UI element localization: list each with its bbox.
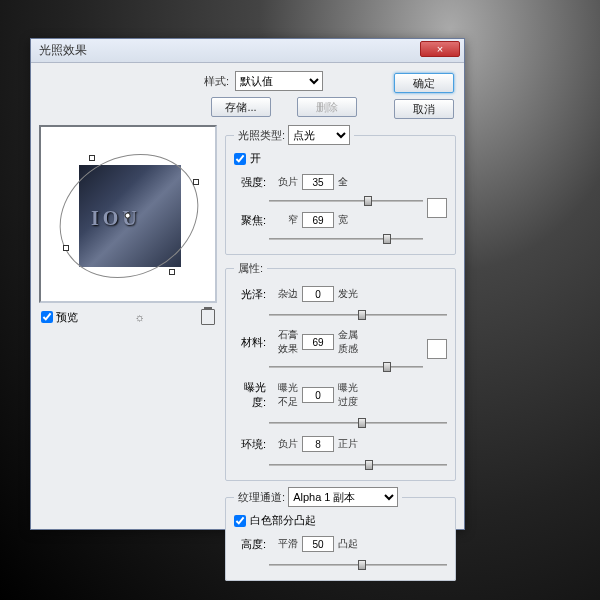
exposure-slider[interactable] <box>269 416 447 430</box>
light-type-group: 光照类型: 点光 开 强度:负片35全 聚焦:窄69宽 <box>225 125 456 255</box>
ambience-value[interactable]: 8 <box>302 436 334 452</box>
preview-area[interactable]: IOU <box>39 125 217 303</box>
preview-label: 预览 <box>56 310 78 325</box>
properties-group: 属性: 光泽:杂边0发光 材料:石膏效果69金属质感 曝光度:曝光不足0曝光过度 <box>225 261 456 481</box>
preview-checkbox[interactable] <box>41 311 53 323</box>
close-icon: × <box>437 43 443 55</box>
cancel-button[interactable]: 取消 <box>394 99 454 119</box>
light-color-swatch[interactable] <box>427 198 447 218</box>
light-type-select[interactable]: 点光 <box>288 125 350 145</box>
ambience-slider[interactable] <box>269 458 447 472</box>
white-high-label: 白色部分凸起 <box>250 513 316 528</box>
light-handle[interactable] <box>63 245 69 251</box>
intensity-value[interactable]: 35 <box>302 174 334 190</box>
height-value[interactable]: 50 <box>302 536 334 552</box>
window-title: 光照效果 <box>39 42 87 59</box>
light-ellipse[interactable] <box>38 130 221 302</box>
ok-button[interactable]: 确定 <box>394 73 454 93</box>
titlebar[interactable]: 光照效果 × <box>31 39 464 63</box>
trash-icon[interactable] <box>201 309 215 325</box>
save-button[interactable]: 存储... <box>211 97 271 117</box>
light-handle[interactable] <box>89 155 95 161</box>
light-handle[interactable] <box>193 179 199 185</box>
light-center-handle[interactable] <box>124 212 132 220</box>
ambient-color-swatch[interactable] <box>427 339 447 359</box>
material-value[interactable]: 69 <box>302 334 334 350</box>
light-on-checkbox[interactable] <box>234 153 246 165</box>
light-handle[interactable] <box>169 269 175 275</box>
style-select[interactable]: 默认值 <box>235 71 323 91</box>
gloss-value[interactable]: 0 <box>302 286 334 302</box>
white-high-checkbox[interactable] <box>234 515 246 527</box>
intensity-slider[interactable] <box>269 194 423 208</box>
style-label: 样式: <box>204 74 229 89</box>
close-button[interactable]: × <box>420 41 460 57</box>
delete-button: 删除 <box>297 97 357 117</box>
lightbulb-icon[interactable]: ☼ <box>133 310 147 324</box>
gloss-slider[interactable] <box>269 308 447 322</box>
texture-channel-select[interactable]: Alpha 1 副本 <box>288 487 398 507</box>
material-slider[interactable] <box>269 360 423 374</box>
focus-value[interactable]: 69 <box>302 212 334 228</box>
height-slider[interactable] <box>269 558 447 572</box>
focus-slider[interactable] <box>269 232 423 246</box>
texture-group: 纹理通道: Alpha 1 副本 白色部分凸起 高度:平滑50凸起 <box>225 487 456 581</box>
dialog-window: 光照效果 × 确定 取消 样式: 默认值 存储... 删除 IOU <box>30 38 465 530</box>
light-on-label: 开 <box>250 151 261 166</box>
exposure-value[interactable]: 0 <box>302 387 334 403</box>
